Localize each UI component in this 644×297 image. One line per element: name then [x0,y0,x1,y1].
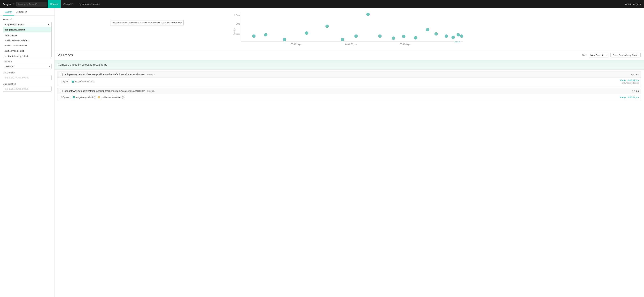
service-tag: api-gateway.default (1) [72,80,95,83]
trace-duration: 1.21ms [631,73,639,76]
chart-wrapper: 2.5ms 2ms 1.5ms Duration 06:40:20 pm 06:… [58,11,640,49]
service-dropdown-arrow-icon: ▲ [48,23,50,26]
min-duration-input[interactable] [3,75,52,80]
trace-header: api-gateway.default: fleetman-position-t… [58,72,641,78]
trace-time: Today 6:40:49 pm a few seconds ago [620,79,639,84]
svg-text:Duration: Duration [233,28,235,35]
span-count-badge: 2 Spans [60,96,70,99]
app-logo: Jaeger UI [3,3,14,6]
service-tag: position-tracker.default (1) [98,96,124,98]
dep-graph-button[interactable]: Deep Dependency Graph [610,53,640,58]
sort-label: Sort: [582,54,587,56]
service-tag: api-gateway.default (1) [73,96,96,98]
service-option-position-simulator[interactable]: position-simulator.default [3,38,52,43]
trace-list: api-gateway.default: fleetman-position-t… [54,71,644,101]
tab-search[interactable]: Search [3,8,14,16]
svg-point-11 [264,33,268,36]
sidebar-tabs: Search JSON File [0,8,54,16]
svg-point-24 [445,34,448,38]
svg-text:06:40:30 pm: 06:40:30 pm [345,43,357,46]
svg-point-10 [252,34,256,38]
trace-time-value: Today 6:40:49 pm [620,79,639,82]
sidebar-body: Service (7) api-gateway.default ▲ api-ga… [0,16,54,94]
service-option-jaeger-query[interactable]: jaeger-query [3,32,52,38]
traces-actions: Sort: Most Recent Longest First Shortest… [582,53,640,58]
service-label: Service (7) [3,18,52,21]
svg-point-18 [378,34,382,38]
trace-body: 2 Spans api-gateway.default (1) position… [58,94,641,101]
scatter-svg: 2.5ms 2ms 1.5ms Duration 06:40:20 pm 06:… [58,11,640,48]
trace-body: 1 Span api-gateway.default (1) Today 6:4… [58,78,641,86]
lookback-label: Lookback [3,60,52,63]
svg-text:1.5ms: 1.5ms [234,33,240,35]
service-color-indicator [72,80,74,83]
svg-point-13 [305,31,308,35]
span-count-badge: 1 Span [60,80,69,83]
service-option-staff-service[interactable]: staff-service.default [3,48,52,54]
traces-count: 20 Traces [58,53,73,57]
svg-point-22 [426,28,430,31]
svg-text:06:40:20 pm: 06:40:20 pm [291,43,302,46]
top-navigation: Jaeger UI Search Compare System Architec… [0,0,644,8]
service-dropdown-list: api-gateway.default jaeger-query positio… [3,27,52,58]
service-option-api-gateway[interactable]: api-gateway.default [3,27,52,32]
svg-text:2ms: 2ms [236,23,240,25]
compare-banner: Compare traces by selecting result items [54,60,644,70]
trace-checkbox[interactable] [60,73,62,76]
search-nav-button[interactable]: Search [48,0,61,8]
service-option-vehicle-telemetry[interactable]: vehicle-telemetry.default [3,54,52,58]
svg-point-14 [326,24,329,28]
svg-text:2.5ms: 2.5ms [234,14,240,16]
svg-point-20 [402,35,406,38]
min-duration-label: Min Duration [3,72,52,74]
service-selected-value: api-gateway.default [4,23,24,26]
svg-text:06:40:40 pm: 06:40:40 pm [400,43,411,46]
trace-title: api-gateway.default: fleetman-position-t… [64,90,632,92]
max-duration-label: Max Duration [3,83,52,85]
trace-duration: 1.1ms [632,90,639,92]
trace-title: api-gateway.default: fleetman-position-t… [64,73,631,76]
lookback-select[interactable]: Last Hour Last 2 Hours Last 6 Hours Last… [3,64,52,69]
trace-id: 0d18a3f [147,73,155,76]
trace-item: api-gateway.default: fleetman-position-t… [57,71,641,86]
system-architecture-nav-link[interactable]: System Architecture [76,0,103,8]
trace-header: api-gateway.default: fleetman-position-t… [58,88,641,94]
lookback-select-wrapper: Last Hour Last 2 Hours Last 6 Hours Last… [3,64,52,69]
tab-json-file[interactable]: JSON File [14,8,29,16]
max-duration-input[interactable] [3,86,52,92]
svg-point-17 [366,12,370,16]
service-tag-name: api-gateway.default (1) [76,96,96,98]
service-color-indicator [73,96,75,98]
svg-point-16 [354,34,358,38]
svg-point-12 [283,38,286,41]
main-layout: Search JSON File Service (7) api-gateway… [0,8,644,297]
svg-text:Time ●: Time ● [454,41,460,43]
trace-time: Today 6:40:47 pm [620,96,639,99]
svg-point-23 [434,32,438,36]
traces-header: 20 Traces Sort: Most Recent Longest Firs… [54,50,644,60]
sort-select-wrapper: Most Recent Longest First Shortest First… [589,53,609,58]
service-option-position-tracker[interactable]: position-tracker.default [3,43,52,48]
service-tag-name: position-tracker.default (1) [101,96,124,98]
compare-nav-link[interactable]: Compare [61,0,76,8]
about-label: About Jaeger [625,3,640,6]
svg-point-15 [341,38,344,41]
service-dropdown-header[interactable]: api-gateway.default ▲ [3,22,52,27]
trace-id-input[interactable] [16,2,47,6]
about-menu[interactable]: About Jaeger ▾ [625,3,641,6]
service-color-indicator [98,96,100,98]
service-tag-name: api-gateway.default (1) [74,80,95,83]
main-content: 2.5ms 2ms 1.5ms Duration 06:40:20 pm 06:… [54,8,644,297]
sort-select[interactable]: Most Recent Longest First Shortest First… [589,53,609,58]
service-dropdown[interactable]: api-gateway.default ▲ api-gateway.defaul… [3,22,52,58]
scatter-chart: 2.5ms 2ms 1.5ms Duration 06:40:20 pm 06:… [54,8,644,50]
svg-point-26 [457,33,460,36]
trace-checkbox[interactable] [60,90,62,92]
svg-point-27 [460,34,464,38]
trace-time-value: Today 6:40:47 pm [620,96,639,99]
svg-point-25 [452,36,455,39]
trace-item: api-gateway.default: fleetman-position-t… [57,88,641,101]
trace-id: 66cf8fb [147,90,155,92]
trace-time-ago: a few seconds ago [622,82,639,84]
svg-point-21 [414,36,418,40]
